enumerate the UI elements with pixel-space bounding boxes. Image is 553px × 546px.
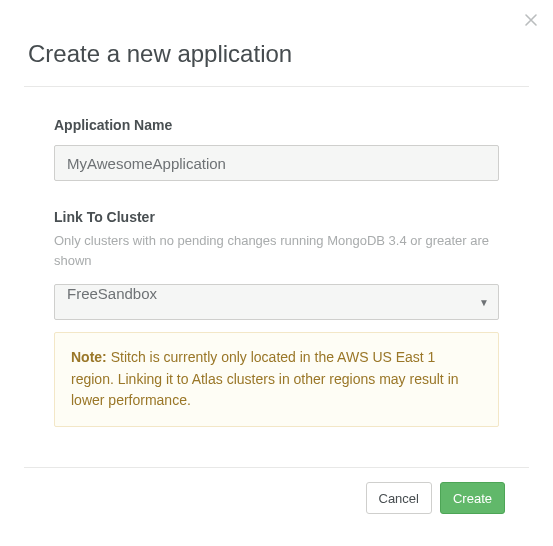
cluster-help-text: Only clusters with no pending changes ru…: [54, 231, 499, 270]
dialog-footer: Cancel Create: [24, 468, 529, 514]
app-name-label: Application Name: [54, 117, 499, 133]
close-icon[interactable]: [523, 12, 539, 28]
note-label: Note:: [71, 349, 107, 365]
dialog-title: Create a new application: [28, 40, 525, 68]
form-body: Application Name Link To Cluster Only cl…: [24, 117, 529, 427]
cancel-button[interactable]: Cancel: [366, 482, 432, 514]
note-text: Stitch is currently only located in the …: [71, 349, 459, 408]
note-box: Note: Stitch is currently only located i…: [54, 332, 499, 427]
create-application-dialog: Create a new application Application Nam…: [0, 0, 553, 514]
cluster-select[interactable]: FreeSandbox: [54, 284, 499, 320]
app-name-input[interactable]: [54, 145, 499, 181]
create-button[interactable]: Create: [440, 482, 505, 514]
cluster-label: Link To Cluster: [54, 209, 499, 225]
divider: [24, 86, 529, 87]
